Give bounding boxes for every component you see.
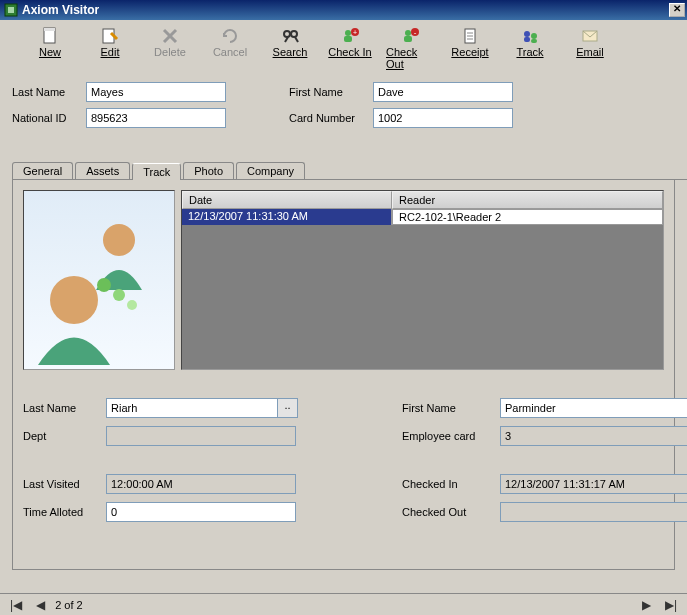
track-button[interactable]: Track: [506, 26, 554, 70]
host-picker-button[interactable]: ..: [278, 398, 298, 418]
new-button[interactable]: New: [26, 26, 74, 70]
tab-strip: General Assets Track Photo Company: [12, 162, 687, 180]
tab-track[interactable]: Track: [132, 163, 181, 180]
cancel-button: Cancel: [206, 26, 254, 70]
cell-date: 12/13/2007 11:31:30 AM: [182, 209, 392, 225]
people-icon: [24, 195, 174, 365]
last-visited-input: [106, 474, 296, 494]
col-reader-header[interactable]: Reader: [392, 191, 663, 209]
national-id-label: National ID: [12, 112, 82, 124]
national-id-input[interactable]: [86, 108, 226, 128]
time-allotted-label: Time Alloted: [23, 506, 98, 518]
svg-point-30: [50, 276, 98, 324]
new-label: New: [39, 46, 61, 58]
svg-rect-13: [344, 36, 352, 42]
nav-prev-button[interactable]: ◀: [32, 598, 49, 612]
svg-point-16: [405, 30, 411, 36]
svg-point-8: [284, 31, 290, 37]
tab-company[interactable]: Company: [236, 162, 305, 179]
delete-button: Delete: [146, 26, 194, 70]
card-number-label: Card Number: [289, 112, 369, 124]
tab-photo[interactable]: Photo: [183, 162, 234, 179]
track-icon: [521, 26, 539, 46]
nav-first-button[interactable]: |◀: [6, 598, 26, 612]
window-title: Axiom Visitor: [22, 3, 99, 17]
last-name-label: Last Name: [12, 86, 82, 98]
nav-next-button[interactable]: ▶: [638, 598, 655, 612]
col-date-header[interactable]: Date: [182, 191, 392, 209]
title-bar: Axiom Visitor ✕: [0, 0, 687, 20]
time-allotted-input[interactable]: [106, 502, 296, 522]
search-icon: [281, 26, 299, 46]
host-last-name-picker: ..: [106, 398, 316, 418]
svg-line-10: [285, 37, 288, 42]
grid-header: Date Reader: [182, 191, 663, 209]
record-navigator: |◀ ◀ 2 of 2 ▶ ▶|: [0, 593, 687, 615]
svg-line-11: [295, 37, 298, 42]
svg-point-9: [291, 31, 297, 37]
svg-point-29: [103, 224, 135, 256]
host-last-name-input[interactable]: [106, 398, 278, 418]
svg-point-24: [524, 31, 530, 37]
receipt-button[interactable]: Receipt: [446, 26, 494, 70]
search-button[interactable]: Search: [266, 26, 314, 70]
first-name-label: First Name: [289, 86, 369, 98]
svg-rect-3: [44, 28, 55, 31]
checkin-button[interactable]: + Check In: [326, 26, 374, 70]
svg-point-25: [531, 33, 537, 39]
svg-text:-: -: [414, 28, 417, 37]
delete-label: Delete: [154, 46, 186, 58]
svg-point-12: [345, 30, 351, 36]
receipt-label: Receipt: [451, 46, 488, 58]
svg-point-32: [113, 289, 125, 301]
delete-icon: [161, 26, 179, 46]
checked-out-input: [500, 502, 687, 522]
edit-button[interactable]: Edit: [86, 26, 134, 70]
email-button[interactable]: Email: [566, 26, 614, 70]
checkout-button[interactable]: - Check Out: [386, 26, 434, 70]
host-form: Last Name .. First Name Dept Employee ca…: [23, 398, 664, 522]
svg-rect-17: [404, 36, 412, 42]
tab-assets[interactable]: Assets: [75, 162, 130, 179]
checked-in-label: Checked In: [402, 478, 492, 490]
host-first-name-input[interactable]: [500, 398, 687, 418]
last-name-input[interactable]: [86, 82, 226, 102]
app-icon: [4, 3, 18, 17]
card-number-input[interactable]: [373, 108, 513, 128]
email-icon: [581, 26, 599, 46]
employee-card-label: Employee card: [402, 430, 492, 442]
checked-in-input: [500, 474, 687, 494]
visitor-header-form: Last Name First Name National ID Card Nu…: [0, 74, 687, 132]
receipt-icon: [461, 26, 479, 46]
edit-icon: [101, 26, 119, 46]
new-icon: [41, 26, 59, 46]
checkin-icon: +: [341, 26, 359, 46]
checkout-label: Check Out: [386, 46, 434, 70]
nav-last-button[interactable]: ▶|: [661, 598, 681, 612]
cancel-icon: [221, 26, 239, 46]
checkin-label: Check In: [328, 46, 371, 58]
table-row[interactable]: 12/13/2007 11:31:30 AM RC2-102-1\Reader …: [182, 209, 663, 225]
track-label: Track: [516, 46, 543, 58]
nav-position: 2 of 2: [55, 599, 83, 611]
host-last-name-label: Last Name: [23, 402, 98, 414]
close-button[interactable]: ✕: [669, 3, 685, 17]
tab-content-track: Date Reader 12/13/2007 11:31:30 AM RC2-1…: [12, 180, 675, 570]
svg-rect-27: [531, 39, 537, 43]
tab-general[interactable]: General: [12, 162, 73, 179]
first-name-input[interactable]: [373, 82, 513, 102]
svg-point-33: [127, 300, 137, 310]
svg-text:+: +: [353, 29, 357, 36]
last-visited-label: Last Visited: [23, 478, 98, 490]
dept-label: Dept: [23, 430, 98, 442]
svg-rect-1: [8, 7, 14, 13]
checked-out-label: Checked Out: [402, 506, 492, 518]
edit-label: Edit: [101, 46, 120, 58]
visitor-image: [23, 190, 175, 370]
dept-input: [106, 426, 296, 446]
track-grid[interactable]: Date Reader 12/13/2007 11:31:30 AM RC2-1…: [181, 190, 664, 370]
checkout-icon: -: [401, 26, 419, 46]
cell-reader: RC2-102-1\Reader 2: [392, 209, 663, 225]
svg-rect-26: [524, 37, 530, 42]
cancel-label: Cancel: [213, 46, 247, 58]
